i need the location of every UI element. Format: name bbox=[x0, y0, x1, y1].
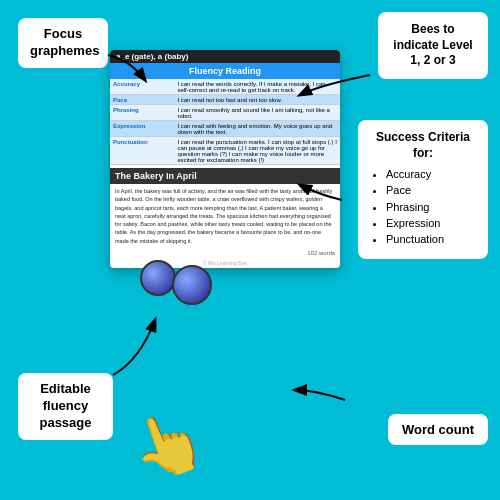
sc-item: Expression bbox=[386, 216, 478, 230]
word-count-inline: 102 words bbox=[110, 248, 340, 258]
sc-item: Phrasing bbox=[386, 200, 478, 214]
criterion-label: Pace bbox=[110, 95, 174, 105]
criterion-label: Punctuation bbox=[110, 137, 174, 165]
table-row: PhrasingI can read smoothly and sound li… bbox=[110, 105, 340, 121]
table-row: PaceI can read not too fast and not too … bbox=[110, 95, 340, 105]
success-criteria-box: Success Criteria for: Accuracy Pace Phra… bbox=[358, 120, 488, 259]
criterion-text: I can read not too fast and not too slow… bbox=[174, 95, 340, 105]
fluency-table: AccuracyI can read the words correctly. … bbox=[110, 79, 340, 165]
editable-fluency-label: Editable fluency passage bbox=[18, 373, 113, 440]
criterion-text: I can read the punctuation marks. I can … bbox=[174, 137, 340, 165]
criterion-label: Phrasing bbox=[110, 105, 174, 121]
grapheme-tag: a_e (gate), a (baby) bbox=[110, 50, 340, 63]
sc-item: Accuracy bbox=[386, 167, 478, 181]
document-card: a_e (gate), a (baby) Fluency Reading Acc… bbox=[110, 50, 340, 268]
fluency-title: Fluency Reading bbox=[110, 63, 340, 79]
bee-eye-right bbox=[172, 265, 212, 305]
criterion-text: I can read smoothly and sound like I am … bbox=[174, 105, 340, 121]
success-criteria-title: Success Criteria for: bbox=[368, 130, 478, 161]
table-row: PunctuationI can read the punctuation ma… bbox=[110, 137, 340, 165]
bees-eyes-overlay bbox=[140, 260, 220, 315]
word-count-label: Word count bbox=[388, 414, 488, 445]
table-row: ExpressionI can read with feeling and em… bbox=[110, 121, 340, 137]
sc-item: Punctuation bbox=[386, 232, 478, 246]
criterion-text: I can read the words correctly. If I mak… bbox=[174, 79, 340, 95]
sc-item: Pace bbox=[386, 183, 478, 197]
passage-title: The Bakery In April bbox=[110, 168, 340, 184]
bees-label: Bees to indicate Level 1, 2 or 3 bbox=[378, 12, 488, 79]
criterion-label: Accuracy bbox=[110, 79, 174, 95]
hand-overlay: 👆 bbox=[120, 398, 215, 490]
bee-eye-left bbox=[140, 260, 176, 296]
focus-graphemes-label: Focus graphemes bbox=[18, 18, 108, 68]
criterion-text: I can read with feeling and emotion. My … bbox=[174, 121, 340, 137]
table-row: AccuracyI can read the words correctly. … bbox=[110, 79, 340, 95]
success-criteria-list: Accuracy Pace Phrasing Expression Punctu… bbox=[368, 167, 478, 246]
criterion-label: Expression bbox=[110, 121, 174, 137]
passage-text: In April, the bakery was full of activit… bbox=[110, 184, 340, 248]
